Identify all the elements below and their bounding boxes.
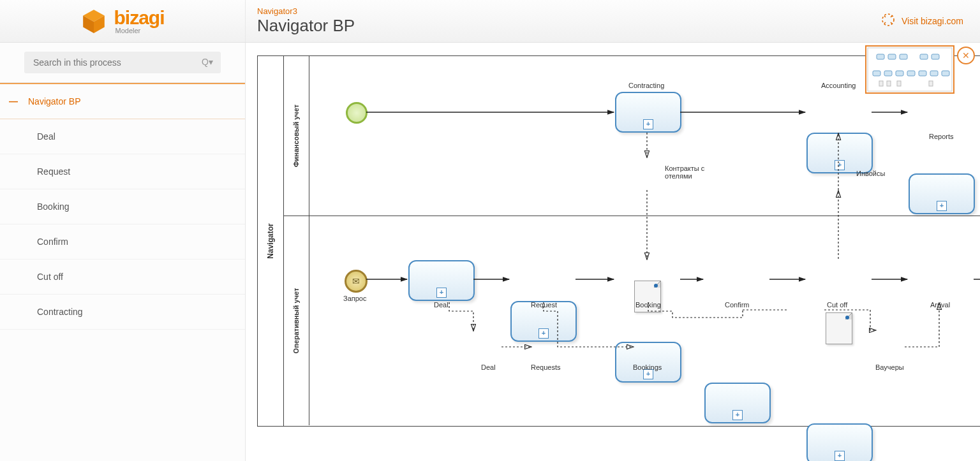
logo[interactable]: bizagi Modeler [0, 0, 246, 42]
task-booking[interactable]: + [615, 342, 681, 383]
task-arrival-label: Arrival [930, 301, 950, 309]
svg-rect-25 [884, 71, 892, 76]
task-deal-label: Deal [434, 301, 449, 309]
task-reports[interactable]: + [909, 173, 975, 214]
svg-rect-33 [897, 81, 901, 86]
task-cutoff[interactable]: + [806, 423, 873, 461]
doc-vouchers-label: Ваучеры [875, 363, 904, 371]
svg-rect-22 [920, 54, 928, 59]
svg-rect-34 [929, 81, 933, 86]
lane-title-1: Финансовый учет [283, 56, 309, 216]
task-cutoff-label: Cut off [827, 301, 847, 309]
task-confirm[interactable]: + [704, 383, 771, 423]
header: bizagi Modeler Navigator3 Navigator BP V… [0, 0, 980, 43]
message-start-label: Запрос [343, 295, 366, 302]
message-start-event[interactable] [345, 270, 368, 293]
svg-rect-29 [930, 71, 938, 76]
pool: Navigator Финансовый учет + Contracting … [257, 55, 980, 427]
svg-rect-26 [896, 71, 903, 76]
task-request-label: Request [531, 301, 557, 309]
sidebar-item-deal[interactable]: Deal [0, 119, 245, 154]
svg-rect-20 [888, 54, 896, 59]
minimap-close-icon[interactable]: ✕ [957, 47, 975, 64]
diagram-canvas[interactable]: Navigator Финансовый учет + Contracting … [246, 43, 980, 461]
sidebar-item-cutoff[interactable]: Cut off [0, 260, 245, 295]
task-accounting-label: Accounting [821, 82, 856, 89]
pool-title: Navigator [258, 56, 284, 426]
brand-sub: Modeler [115, 27, 164, 34]
svg-rect-23 [932, 54, 939, 59]
svg-rect-28 [919, 71, 926, 76]
svg-rect-24 [873, 71, 880, 76]
doc-deal-label: Deal [481, 363, 496, 371]
minimap[interactable] [865, 45, 954, 94]
title-area: Navigator3 Navigator BP [246, 0, 881, 42]
sidebar-item-request[interactable]: Request [0, 154, 245, 189]
task-contracting[interactable]: + [615, 92, 681, 133]
task-accounting[interactable]: + [806, 133, 873, 173]
svg-rect-27 [907, 71, 915, 76]
svg-rect-32 [887, 81, 891, 86]
breadcrumb[interactable]: Navigator3 [257, 6, 870, 16]
visit-link[interactable]: Visit bizagi.com [902, 16, 963, 26]
task-booking-label: Booking [635, 301, 661, 309]
svg-rect-21 [900, 54, 907, 59]
brand-name: bizagi [114, 8, 164, 27]
doc-bookings-label: Bookings [633, 363, 662, 371]
search-input[interactable] [24, 52, 221, 73]
sidebar: Q▾ —Navigator BP Deal Request Booking Co… [0, 43, 246, 461]
doc-contracts-label: Контракты с отелями [665, 165, 704, 180]
task-contracting-label: Contracting [628, 82, 664, 89]
sidebar-root-label: Navigator BP [28, 96, 80, 106]
svg-rect-30 [942, 71, 949, 76]
doc-requests-label: Requests [531, 363, 560, 371]
task-reports-label: Reports [929, 133, 954, 140]
page-title: Navigator BP [257, 16, 870, 36]
doc-invoices-label: Инвойсы [856, 170, 885, 177]
svg-rect-31 [879, 81, 883, 86]
sidebar-item-contracting[interactable]: Contracting [0, 295, 245, 330]
expand-icon[interactable] [881, 13, 895, 29]
lane-title-2: Оперативный учет [283, 216, 309, 425]
sidebar-item-booking[interactable]: Booking [0, 189, 245, 224]
svg-rect-19 [877, 54, 884, 59]
logo-cube-icon [80, 8, 107, 34]
task-deal[interactable]: + [408, 260, 475, 301]
sidebar-item-confirm[interactable]: Confirm [0, 224, 245, 260]
lane-operations: Оперативный учет Запрос + Deal + Request… [283, 216, 980, 425]
sidebar-root[interactable]: —Navigator BP [0, 83, 245, 119]
task-confirm-label: Confirm [725, 301, 750, 309]
start-event[interactable] [346, 102, 368, 124]
svg-point-3 [882, 14, 894, 26]
search-icon[interactable]: Q▾ [202, 57, 213, 67]
